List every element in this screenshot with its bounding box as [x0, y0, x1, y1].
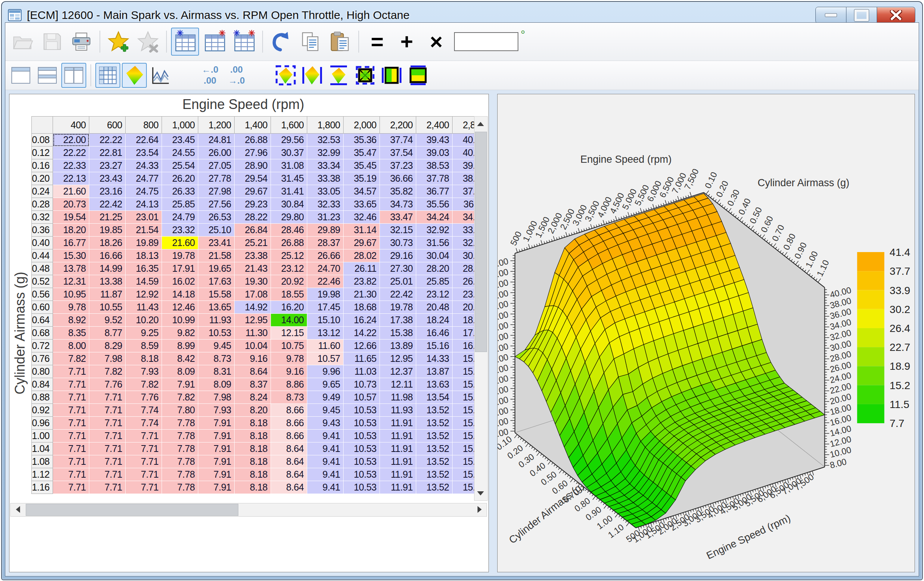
copy-button[interactable] [297, 28, 325, 56]
table-cell[interactable]: 13.89 [380, 340, 416, 352]
table-cell[interactable]: 39.36 [452, 159, 475, 172]
surface-split-color-button[interactable] [379, 63, 404, 88]
table-cell[interactable]: 11.93 [380, 404, 416, 417]
table-cell[interactable]: 11.65 [343, 352, 380, 365]
row-header[interactable]: 0.12 [32, 147, 53, 159]
table-cell[interactable]: 31.45 [271, 172, 307, 185]
table-cell[interactable]: 25.10 [198, 224, 234, 236]
table-cell[interactable]: 12.15 [271, 327, 307, 340]
table-cell[interactable]: 33.38 [307, 172, 343, 185]
table-cell[interactable]: 34.24 [416, 211, 452, 224]
table-cell[interactable]: 38.53 [416, 159, 452, 172]
table-cell[interactable]: 19.98 [307, 288, 343, 301]
table-cell[interactable]: 7.91 [198, 481, 234, 494]
table-cell[interactable]: 33.34 [307, 159, 343, 172]
vertical-scroll-thumb[interactable] [475, 132, 487, 352]
table-cell[interactable]: 16.24 [343, 314, 380, 327]
table-cell[interactable]: 11.91 [380, 429, 416, 442]
table-cell[interactable]: 22.22 [53, 147, 89, 159]
table-cell[interactable]: 7.74 [125, 417, 162, 429]
table-cell[interactable]: 29.23 [234, 198, 271, 211]
table-cell[interactable]: 8.92 [53, 314, 89, 327]
table-cell[interactable]: 31.14 [343, 224, 380, 236]
table-cell[interactable]: 8.73 [271, 391, 307, 404]
table-cell[interactable]: 7.71 [53, 442, 89, 456]
table-cell[interactable]: 23.16 [89, 185, 125, 198]
layout-single-button[interactable] [8, 63, 33, 88]
table-cell[interactable]: 30.84 [271, 198, 307, 211]
table-cell[interactable]: 19.85 [89, 224, 125, 236]
table-cell[interactable]: 22.42 [89, 198, 125, 211]
table-cell[interactable]: 36.77 [416, 185, 452, 198]
table-cell[interactable]: 12.95 [234, 314, 271, 327]
table-cell[interactable]: 26.88 [271, 236, 307, 249]
table-cell[interactable]: 14.18 [162, 288, 198, 301]
table-cell[interactable]: 14.22 [343, 327, 380, 340]
table-cell[interactable]: 15.03 [452, 391, 475, 404]
row-header[interactable]: 0.96 [32, 417, 53, 429]
table-cell[interactable]: 12.46 [162, 301, 198, 314]
column-header[interactable]: 800 [125, 117, 162, 134]
table-cell[interactable]: 7.71 [53, 456, 89, 468]
table-cell[interactable]: 29.54 [234, 172, 271, 185]
table-cell[interactable]: 16.18 [452, 340, 475, 352]
table-cell[interactable]: 7.71 [89, 404, 125, 417]
table-cell[interactable]: 18.55 [271, 288, 307, 301]
row-header[interactable]: 0.68 [32, 327, 53, 340]
save-button[interactable] [38, 28, 66, 56]
close-button[interactable] [877, 7, 915, 23]
table-cell[interactable]: 16.46 [416, 327, 452, 340]
table-cell[interactable]: 24.70 [307, 262, 343, 275]
table-cell[interactable]: 9.96 [307, 365, 343, 378]
table-cell[interactable]: 29.67 [234, 185, 271, 198]
table-cell[interactable]: 23.01 [125, 211, 162, 224]
row-header[interactable]: 1.12 [32, 468, 53, 481]
table-cell[interactable]: 13.54 [416, 391, 452, 404]
table-cell[interactable]: 8.18 [234, 456, 271, 468]
table-cell[interactable]: 8.00 [53, 340, 89, 352]
table-cell[interactable]: 18.20 [53, 224, 89, 236]
table-cell[interactable]: 7.76 [89, 378, 125, 391]
table-cell[interactable]: 18.46 [452, 314, 475, 327]
table-cell[interactable]: 7.71 [89, 468, 125, 481]
table-cell[interactable]: 22.33 [53, 159, 89, 172]
row-header[interactable]: 0.20 [32, 172, 53, 185]
table-cell[interactable]: 33.47 [380, 211, 416, 224]
surface-chart[interactable]: 5001,0001,5002,0002,5003,0003,5004,0004,… [498, 94, 914, 572]
table-cell[interactable]: 16.77 [53, 236, 89, 249]
table-cell[interactable]: 8.18 [234, 468, 271, 481]
table-cell[interactable]: 7.82 [125, 378, 162, 391]
table-cell[interactable]: 25.21 [234, 236, 271, 249]
table-cell[interactable]: 12.92 [125, 288, 162, 301]
table-cell[interactable]: 23.38 [234, 249, 271, 262]
table-cell[interactable]: 13.87 [416, 365, 452, 378]
surface-fit-width-button[interactable] [300, 63, 325, 88]
column-header[interactable]: 400 [53, 117, 89, 134]
table-cell[interactable]: 37.74 [380, 134, 416, 147]
table-cell[interactable]: 7.91 [198, 456, 234, 468]
table-cell[interactable]: 15.01 [452, 468, 475, 481]
table-cell[interactable]: 12.11 [380, 378, 416, 391]
table-cell[interactable]: 7.78 [162, 468, 198, 481]
table-cell[interactable]: 15.01 [452, 481, 475, 494]
table-cell[interactable]: 16.02 [162, 275, 198, 288]
view-surface-button[interactable] [122, 63, 147, 88]
column-header[interactable]: 2,400 [416, 117, 452, 134]
table-cell[interactable]: 30.68 [452, 249, 475, 262]
table-cell[interactable]: 31.08 [271, 159, 307, 172]
table-cell[interactable]: 7.71 [89, 391, 125, 404]
row-header[interactable]: 1.08 [32, 456, 53, 468]
table-cell[interactable]: 7.71 [125, 442, 162, 456]
table-cell[interactable]: 8.31 [198, 365, 234, 378]
table-cell[interactable]: 7.78 [162, 417, 198, 429]
table-cell[interactable]: 11.30 [234, 327, 271, 340]
table-cell[interactable]: 20.48 [416, 301, 452, 314]
vertical-scrollbar[interactable] [474, 116, 488, 501]
maximize-button[interactable] [846, 7, 877, 23]
table-cell[interactable]: 20.92 [271, 275, 307, 288]
row-header[interactable]: 0.88 [32, 391, 53, 404]
column-header[interactable]: 600 [89, 117, 125, 134]
table-cell[interactable]: 15.58 [452, 352, 475, 365]
table-cell[interactable]: 13.38 [89, 275, 125, 288]
table-cell[interactable]: 14.92 [234, 301, 271, 314]
